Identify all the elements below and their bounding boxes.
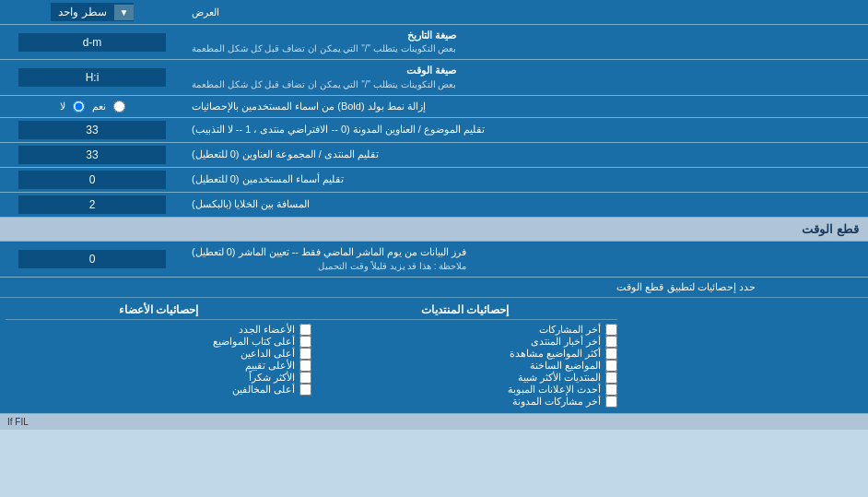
- time-format-input[interactable]: [18, 68, 166, 87]
- forum-titles-input-cell: [0, 143, 184, 167]
- usernames-input-cell: [0, 168, 184, 192]
- forum-titles-input[interactable]: [18, 146, 166, 164]
- stats-col1-item-1: أخر أخبار المنتدى: [311, 336, 617, 348]
- stats-col1-checkbox-3[interactable]: [605, 360, 617, 372]
- date-format-title: صيغة التاريخ: [192, 29, 456, 42]
- time-format-title: صيغة الوقت: [192, 64, 456, 77]
- topic-titles-row: تقليم الموضوع / العناوين المدونة (0 -- ا…: [0, 118, 868, 143]
- cell-spacing-input-cell: [0, 193, 184, 217]
- stats-col1-item-3: المواضيع الساخنة: [311, 360, 617, 372]
- date-format-row: صيغة التاريخ بعض التكوينات يتطلب "/" الت…: [0, 25, 868, 60]
- usernames-row: تقليم أسماء المستخدمين (0 للتعطيل): [0, 168, 868, 193]
- stats-col2-checkbox-4[interactable]: [299, 372, 311, 384]
- stats-col1-checkbox-2[interactable]: [605, 348, 617, 360]
- stats-columns: إحصائيات المنتديات أخر المشاركات أخر أخب…: [0, 298, 868, 413]
- time-format-row: صيغة الوقت بعض التكوينات يتطلب "/" التي …: [0, 60, 868, 95]
- cutoff-line1: فرز البيانات من يوم الماشر الماضي فقط --…: [192, 245, 466, 259]
- cutoff-label: فرز البيانات من يوم الماشر الماضي فقط --…: [184, 242, 868, 276]
- stats-col2: إحصائيات الأعضاء الأعضاء الجدد أعلى كتاب…: [6, 303, 311, 408]
- forum-titles-row: تقليم المنتدى / المجموعة العناوين (0 للت…: [0, 143, 868, 168]
- usernames-text: تقليم أسماء المستخدمين (0 للتعطيل): [192, 172, 344, 186]
- cell-spacing-row: المسافة بين الخلايا (بالبكسل): [0, 193, 868, 218]
- stats-col2-item-4: الأكثر شكراً: [6, 372, 311, 384]
- topic-titles-input[interactable]: [18, 121, 166, 139]
- stats-col1-checkbox-1[interactable]: [605, 336, 617, 348]
- bold-yes-label: نعم: [92, 101, 106, 112]
- stats-col2-item-0: الأعضاء الجدد: [6, 324, 311, 336]
- time-format-sublabel: بعض التكوينات يتطلب "/" التي يمكن ان تضا…: [192, 78, 456, 91]
- cutoff-note: ملاحظة : هذا قد يزيد قليلاً وقت التحميل: [192, 260, 466, 273]
- cutoff-row: فرز البيانات من يوم الماشر الماضي فقط --…: [0, 242, 868, 277]
- stats-col1-checkbox-4[interactable]: [605, 372, 617, 384]
- stats-header-spacer2: [0, 278, 305, 297]
- display-label: العرض: [184, 0, 868, 24]
- cutoff-input-cell: [0, 242, 184, 276]
- stats-apply-col: [617, 303, 862, 408]
- cell-spacing-text: المسافة بين الخلايا (بالبكسل): [192, 197, 311, 211]
- stats-col1-item-6: أخر مشاركات المدونة: [311, 396, 617, 408]
- stats-col1-item-4: المنتديات الأكثر شبية: [311, 372, 617, 384]
- date-format-label: صيغة التاريخ بعض التكوينات يتطلب "/" الت…: [184, 25, 868, 59]
- stats-col2-checkbox-0[interactable]: [299, 324, 311, 336]
- cutoff-header-text: قطع الوقت: [802, 222, 859, 236]
- topic-titles-input-cell: [0, 118, 184, 142]
- display-dropdown[interactable]: سطر واحد سطرين ثلاثة أسطر: [51, 3, 114, 21]
- usernames-label: تقليم أسماء المستخدمين (0 للتعطيل): [184, 168, 868, 192]
- stats-col2-checkbox-5[interactable]: [299, 384, 311, 396]
- cutoff-header: قطع الوقت: [0, 218, 868, 242]
- stats-col1-item-0: أخر المشاركات: [311, 324, 617, 336]
- stats-section: حدد إحصائيات لتطبيق قطع الوقت إحصائيات ا…: [0, 278, 868, 413]
- time-format-label: صيغة الوقت بعض التكوينات يتطلب "/" التي …: [184, 60, 868, 94]
- stats-col2-label: إحصائيات الأعضاء: [6, 303, 311, 320]
- bold-no-radio[interactable]: [73, 101, 85, 112]
- forum-titles-label: تقليم المنتدى / المجموعة العناوين (0 للت…: [184, 143, 868, 167]
- bold-text: إزالة نمط بولد (Bold) من اسماء المستخدمي…: [192, 100, 426, 113]
- stats-col2-item-5: أعلى المخالفين: [6, 384, 311, 396]
- stats-col1-label: إحصائيات المنتديات: [311, 303, 617, 320]
- bold-label: إزالة نمط بولد (Bold) من اسماء المستخدمي…: [184, 96, 868, 117]
- usernames-input[interactable]: [18, 171, 166, 189]
- stats-col2-checkbox-3[interactable]: [299, 360, 311, 372]
- stats-col2-checkbox-2[interactable]: [299, 348, 311, 360]
- time-format-input-cell: [0, 60, 184, 94]
- bold-yes-radio[interactable]: [113, 101, 125, 112]
- display-dropdown-wrapper: ▼ سطر واحد سطرين ثلاثة أسطر: [51, 3, 135, 21]
- display-input-cell: ▼ سطر واحد سطرين ثلاثة أسطر: [0, 0, 184, 24]
- stats-col1-item-5: أحدث الإعلانات المبوبة: [311, 384, 617, 396]
- stats-header-row: حدد إحصائيات لتطبيق قطع الوقت: [0, 278, 868, 298]
- bold-radio-cell: نعم لا: [0, 96, 184, 117]
- bold-no-label: لا: [60, 101, 65, 112]
- bold-row: إزالة نمط بولد (Bold) من اسماء المستخدمي…: [0, 96, 868, 118]
- stats-col1-checkbox-5[interactable]: [605, 384, 617, 396]
- stats-col2-item-3: الأعلى تقييم: [6, 360, 311, 372]
- forum-titles-text: تقليم المنتدى / المجموعة العناوين (0 للت…: [192, 148, 379, 161]
- stats-col1-checkbox-6[interactable]: [605, 396, 617, 408]
- footer-note: If FIL: [0, 413, 868, 430]
- display-text: العرض: [192, 6, 219, 18]
- topic-titles-label: تقليم الموضوع / العناوين المدونة (0 -- ا…: [184, 118, 868, 142]
- cutoff-input[interactable]: [18, 250, 166, 268]
- stats-col1: إحصائيات المنتديات أخر المشاركات أخر أخب…: [311, 303, 617, 408]
- cell-spacing-label: المسافة بين الخلايا (بالبكسل): [184, 193, 868, 217]
- stats-col1-item-2: أكثر المواضيع مشاهدة: [311, 348, 617, 360]
- stats-col1-checkbox-0[interactable]: [605, 324, 617, 336]
- stats-apply-label: حدد إحصائيات لتطبيق قطع الوقت: [609, 278, 868, 297]
- topic-titles-text: تقليم الموضوع / العناوين المدونة (0 -- ا…: [192, 123, 485, 136]
- stats-col2-item-1: أعلى كتاب المواضيع: [6, 336, 311, 348]
- stats-col2-item-2: أعلى الداعين: [6, 348, 311, 360]
- stats-header-text: حدد إحصائيات لتطبيق قطع الوقت: [616, 281, 755, 293]
- date-format-sublabel: بعض التكوينات يتطلب "/" التي يمكن ان تضا…: [192, 42, 456, 55]
- dropdown-arrow-btn[interactable]: ▼: [114, 5, 135, 20]
- date-format-input-cell: [0, 25, 184, 59]
- date-format-input[interactable]: [18, 33, 166, 52]
- stats-header-spacer: [305, 278, 610, 297]
- cell-spacing-input[interactable]: [18, 195, 166, 214]
- stats-col2-checkbox-1[interactable]: [299, 336, 311, 348]
